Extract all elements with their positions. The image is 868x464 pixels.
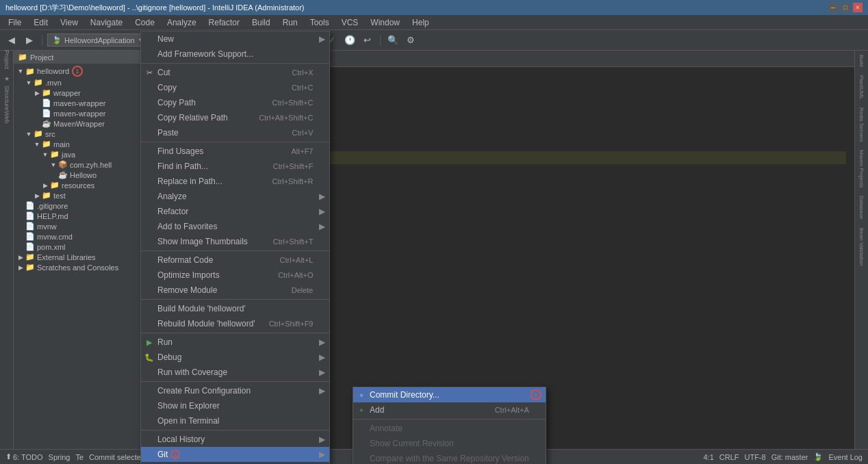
menu-debug[interactable]: 🐛 Debug ▶ [141, 350, 329, 365]
tree-icon-src: 📁 [33, 129, 44, 138]
structure-icon[interactable]: Structure [1, 92, 13, 104]
status-event-log[interactable]: Event Log [828, 453, 863, 461]
menu-reformat-code[interactable]: Reformat Code Ctrl+Alt+L [141, 253, 329, 268]
tree-item-java[interactable]: ▼ 📁 java [14, 149, 150, 159]
menu-find-usages[interactable]: Find Usages Alt+F7 [141, 144, 329, 159]
menu-help[interactable]: Help [407, 16, 435, 29]
web-icon[interactable]: Web [1, 111, 13, 123]
menu-analyze[interactable]: Analyze [162, 16, 202, 29]
menu-add-framework[interactable]: Add Framework Support... [141, 47, 329, 62]
menu-build-module[interactable]: Build Module 'helloword' [141, 301, 329, 316]
separator2 [141, 142, 329, 142]
menu-build[interactable]: Build [246, 16, 276, 29]
tree-item-src[interactable]: ▼ 📁 src [14, 129, 150, 139]
redis-panel-icon[interactable]: Redis Servers [857, 106, 866, 143]
menu-code[interactable]: Code [129, 16, 160, 29]
menu-cut[interactable]: ✂ Cut Ctrl+X [141, 65, 329, 80]
bean-panel-icon[interactable]: Bean Validation [857, 227, 866, 267]
tree-item-maven-wrapper2[interactable]: 📄 maven-wrapper [14, 108, 150, 118]
tree-item-gitignore[interactable]: 📄 .gitignore [14, 201, 150, 211]
tree-item-mvn[interactable]: ▼ 📁 .mvn [14, 77, 150, 88]
menu-new[interactable]: New ▶ [141, 31, 329, 47]
git-revert[interactable]: ↩ [360, 33, 375, 48]
git-history[interactable]: 🕐 [342, 33, 357, 48]
minimize-button[interactable]: ─ [828, 3, 838, 12]
menu-analyze-label: Analyze [157, 192, 187, 201]
favorites-icon[interactable]: ★ [1, 73, 13, 85]
tree-item-pomxml[interactable]: 📄 pom.xml [14, 242, 150, 252]
tree-label-scratches: Scratches and Consoles [37, 263, 118, 272]
menu-show-in-explorer[interactable]: Show in Explorer [141, 398, 329, 413]
menu-add-to-favorites[interactable]: Add to Favorites ▶ [141, 219, 329, 234]
tree-item-test[interactable]: ▶ 📁 test [14, 190, 150, 201]
menu-copy[interactable]: Copy Ctrl+C [141, 80, 329, 95]
menu-git[interactable]: Git 2 ▶ [141, 447, 329, 462]
menu-navigate[interactable]: Navigate [85, 16, 128, 29]
status-te[interactable]: Te [75, 453, 84, 461]
tree-item-main[interactable]: ▼ 📁 main [14, 139, 150, 149]
build-panel-icon[interactable]: Build [857, 53, 866, 68]
tree-item-scratches[interactable]: ▶ 📁 Scratches and Consoles [14, 262, 150, 272]
menu-copy-path[interactable]: Copy Path Ctrl+Shift+C [141, 95, 329, 110]
git-commit-label: Commit Directory... [370, 390, 439, 400]
menu-run[interactable]: ▶ Run ▶ [141, 335, 329, 350]
menu-analyze[interactable]: Analyze ▶ [141, 189, 329, 204]
tree-item-mvnw[interactable]: 📄 mvnw [14, 221, 150, 231]
menu-copy-relative-path[interactable]: Copy Relative Path Ctrl+Alt+Shift+C [141, 110, 329, 125]
maven-panel-icon[interactable]: Maven Projects [857, 149, 866, 189]
database-panel-icon[interactable]: Database [857, 194, 866, 220]
menu-refactor[interactable]: Refactor ▶ [141, 204, 329, 219]
menu-run[interactable]: Run [277, 16, 303, 29]
tree-item-maven-wrapper3[interactable]: ☕ MavenWrapper [14, 118, 150, 129]
menu-refactor[interactable]: Refactor [203, 16, 245, 29]
menu-remove-module[interactable]: Remove Module Delete [141, 283, 329, 298]
tree-item-mvnwcmd[interactable]: 📄 mvnw.cmd [14, 231, 150, 242]
menu-file[interactable]: File [3, 16, 27, 29]
forward-button[interactable]: ▶ [22, 33, 37, 48]
menu-find-in-path[interactable]: Find in Path... Ctrl+Shift+F [141, 159, 329, 174]
menu-tools[interactable]: Tools [305, 16, 335, 29]
menu-local-history[interactable]: Local History ▶ [141, 432, 329, 447]
menu-show-image-thumbnails[interactable]: Show Image Thumbnails Ctrl+Shift+T [141, 234, 329, 249]
menu-view[interactable]: View [55, 16, 84, 29]
menu-show-thumbnails-shortcut: Ctrl+Shift+T [259, 237, 314, 246]
status-todo[interactable]: ⬆ 6: TODO [5, 452, 43, 461]
project-icon[interactable]: Project [1, 53, 13, 66]
planuml-panel-icon[interactable]: PlantUML [857, 74, 866, 101]
menu-create-run-config[interactable]: Create Run Configuration ▶ [141, 383, 329, 398]
tree-item-external-libs[interactable]: ▶ 📁 External Libraries [14, 252, 150, 262]
menu-replace-in-path[interactable]: Replace in Path... Ctrl+Shift+R [141, 174, 329, 189]
search-button[interactable]: 🔍 [385, 33, 400, 48]
maximize-button[interactable]: □ [841, 3, 850, 12]
status-crlf[interactable]: CRLF [719, 453, 739, 461]
back-button[interactable]: ◀ [4, 33, 19, 48]
status-encoding[interactable]: UTF-8 [744, 453, 765, 461]
menu-paste[interactable]: Paste Ctrl+V [141, 125, 329, 140]
menu-run-with-coverage[interactable]: Run with Coverage ▶ [141, 365, 329, 380]
settings-button[interactable]: ⚙ [403, 33, 418, 48]
menu-rebuild-module[interactable]: Rebuild Module 'helloword' Ctrl+Shift+F9 [141, 316, 329, 331]
menu-open-in-terminal[interactable]: Open in Terminal [141, 413, 329, 428]
menu-optimize-imports[interactable]: Optimize Imports Ctrl+Alt+O [141, 268, 329, 283]
run-config-icon: 🍃 [52, 36, 62, 44]
tree-item-maven-wrapper1[interactable]: 📄 maven-wrapper [14, 98, 150, 108]
menu-window[interactable]: Window [365, 16, 405, 29]
menu-reformat-shortcut: Ctrl+Alt+L [266, 256, 314, 264]
menu-build-module-label: Build Module 'helloword' [157, 304, 246, 313]
tree-item-helloword[interactable]: ▼ 📁 helloword 1 [14, 65, 150, 77]
status-git[interactable]: Git: master [771, 453, 808, 461]
tree-item-package[interactable]: ▼ 📦 com.zyh.hell [14, 159, 150, 170]
menu-edit[interactable]: Edit [28, 16, 53, 29]
run-config-dropdown[interactable]: 🍃 HellowordApplication ▼ [47, 34, 150, 47]
git-add[interactable]: + Add Ctrl+Alt+A [353, 402, 546, 417]
tree-item-hellowo[interactable]: ☕ Hellowo [14, 170, 150, 180]
tree-icon-mvnwcmd: 📄 [25, 232, 36, 241]
git-commit-directory[interactable]: ● Commit Directory... ⊕ [353, 387, 546, 402]
tree-item-helpmd[interactable]: 📄 HELP.md [14, 211, 150, 221]
tree-item-resources[interactable]: ▶ 📁 resources [14, 180, 150, 190]
tree-item-wrapper[interactable]: ▶ 📁 wrapper [14, 88, 150, 98]
status-spring[interactable]: Spring [49, 453, 71, 461]
menu-vcs[interactable]: VCS [336, 16, 364, 29]
close-button[interactable]: ✕ [853, 3, 863, 12]
tree-label-main: main [53, 140, 70, 149]
